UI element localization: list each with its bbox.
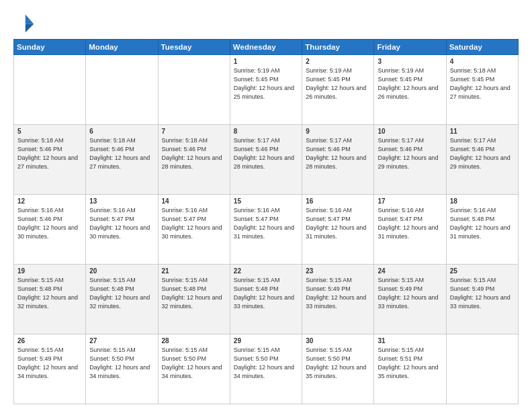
calendar-cell: 8Sunrise: 5:17 AMSunset: 5:46 PMDaylight… xyxy=(230,125,302,195)
calendar-week-3: 12Sunrise: 5:16 AMSunset: 5:46 PMDayligh… xyxy=(14,195,519,265)
day-info: Sunrise: 5:17 AMSunset: 5:46 PMDaylight:… xyxy=(234,136,298,171)
day-info: Sunrise: 5:16 AMSunset: 5:47 PMDaylight:… xyxy=(378,206,442,241)
day-info: Sunrise: 5:15 AMSunset: 5:48 PMDaylight:… xyxy=(234,276,298,311)
day-number: 2 xyxy=(306,58,370,65)
day-number: 6 xyxy=(89,128,154,135)
svg-marker-0 xyxy=(26,15,34,24)
calendar-table: SundayMondayTuesdayWednesdayThursdayFrid… xyxy=(13,39,519,404)
day-number: 15 xyxy=(234,197,298,205)
calendar-cell: 28Sunrise: 5:15 AMSunset: 5:50 PMDayligh… xyxy=(158,334,230,404)
day-number: 17 xyxy=(378,197,442,205)
day-info: Sunrise: 5:15 AMSunset: 5:50 PMDaylight:… xyxy=(162,346,226,381)
calendar-cell: 5Sunrise: 5:18 AMSunset: 5:46 PMDaylight… xyxy=(14,125,86,195)
day-info: Sunrise: 5:15 AMSunset: 5:48 PMDaylight:… xyxy=(162,276,226,311)
day-info: Sunrise: 5:18 AMSunset: 5:46 PMDaylight:… xyxy=(17,136,82,171)
day-info: Sunrise: 5:19 AMSunset: 5:45 PMDaylight:… xyxy=(234,66,298,101)
day-info: Sunrise: 5:15 AMSunset: 5:51 PMDaylight:… xyxy=(378,346,442,381)
calendar-week-2: 5Sunrise: 5:18 AMSunset: 5:46 PMDaylight… xyxy=(14,125,519,195)
day-info: Sunrise: 5:15 AMSunset: 5:49 PMDaylight:… xyxy=(378,276,442,311)
calendar-cell: 12Sunrise: 5:16 AMSunset: 5:46 PMDayligh… xyxy=(14,195,86,265)
calendar-cell: 25Sunrise: 5:15 AMSunset: 5:49 PMDayligh… xyxy=(446,265,518,334)
day-number: 3 xyxy=(378,58,442,65)
calendar-cell: 21Sunrise: 5:15 AMSunset: 5:48 PMDayligh… xyxy=(158,265,230,334)
day-info: Sunrise: 5:15 AMSunset: 5:49 PMDaylight:… xyxy=(450,276,515,311)
day-info: Sunrise: 5:18 AMSunset: 5:46 PMDaylight:… xyxy=(89,136,154,171)
day-number: 4 xyxy=(450,58,515,65)
svg-marker-1 xyxy=(26,24,34,32)
day-number: 19 xyxy=(17,267,82,275)
day-number: 13 xyxy=(89,197,154,205)
day-info: Sunrise: 5:19 AMSunset: 5:45 PMDaylight:… xyxy=(306,66,370,101)
day-info: Sunrise: 5:16 AMSunset: 5:47 PMDaylight:… xyxy=(89,206,154,241)
calendar-cell: 1Sunrise: 5:19 AMSunset: 5:45 PMDaylight… xyxy=(230,55,302,125)
calendar-cell: 6Sunrise: 5:18 AMSunset: 5:46 PMDaylight… xyxy=(86,125,158,195)
calendar-cell: 26Sunrise: 5:15 AMSunset: 5:49 PMDayligh… xyxy=(14,334,86,404)
calendar-cell: 4Sunrise: 5:18 AMSunset: 5:45 PMDaylight… xyxy=(446,55,518,125)
calendar-cell: 24Sunrise: 5:15 AMSunset: 5:49 PMDayligh… xyxy=(374,265,446,334)
day-info: Sunrise: 5:15 AMSunset: 5:48 PMDaylight:… xyxy=(89,276,154,311)
day-info: Sunrise: 5:19 AMSunset: 5:45 PMDaylight:… xyxy=(378,66,442,101)
calendar-cell: 22Sunrise: 5:15 AMSunset: 5:48 PMDayligh… xyxy=(230,265,302,334)
calendar-cell: 27Sunrise: 5:15 AMSunset: 5:50 PMDayligh… xyxy=(86,334,158,404)
weekday-header-thursday: Thursday xyxy=(302,40,374,55)
day-number: 9 xyxy=(306,128,370,135)
svg-marker-2 xyxy=(16,15,26,24)
day-number: 31 xyxy=(378,337,442,345)
calendar-cell xyxy=(446,334,518,404)
day-number: 29 xyxy=(234,337,298,345)
day-number: 1 xyxy=(234,58,298,65)
calendar-week-5: 26Sunrise: 5:15 AMSunset: 5:49 PMDayligh… xyxy=(14,334,519,404)
day-info: Sunrise: 5:18 AMSunset: 5:46 PMDaylight:… xyxy=(162,136,226,171)
calendar-cell: 20Sunrise: 5:15 AMSunset: 5:48 PMDayligh… xyxy=(86,265,158,334)
calendar-cell: 9Sunrise: 5:17 AMSunset: 5:46 PMDaylight… xyxy=(302,125,374,195)
day-number: 20 xyxy=(89,267,154,275)
day-number: 23 xyxy=(306,267,370,275)
calendar-cell: 16Sunrise: 5:16 AMSunset: 5:47 PMDayligh… xyxy=(302,195,374,265)
calendar-week-4: 19Sunrise: 5:15 AMSunset: 5:48 PMDayligh… xyxy=(14,265,519,334)
day-number: 16 xyxy=(306,197,370,205)
weekday-header-wednesday: Wednesday xyxy=(230,40,302,55)
day-number: 21 xyxy=(162,267,226,275)
weekday-header-tuesday: Tuesday xyxy=(158,40,230,55)
logo-icon xyxy=(13,12,35,34)
calendar-cell xyxy=(14,55,86,125)
calendar-cell: 11Sunrise: 5:17 AMSunset: 5:46 PMDayligh… xyxy=(446,125,518,195)
day-info: Sunrise: 5:15 AMSunset: 5:50 PMDaylight:… xyxy=(89,346,154,381)
day-number: 11 xyxy=(450,128,515,135)
day-number: 8 xyxy=(234,128,298,135)
day-number: 24 xyxy=(378,267,442,275)
day-number: 18 xyxy=(450,197,515,205)
day-number: 14 xyxy=(162,197,226,205)
day-number: 28 xyxy=(162,337,226,345)
day-info: Sunrise: 5:15 AMSunset: 5:48 PMDaylight:… xyxy=(17,276,82,311)
calendar-header-row: SundayMondayTuesdayWednesdayThursdayFrid… xyxy=(14,40,519,55)
day-info: Sunrise: 5:16 AMSunset: 5:47 PMDaylight:… xyxy=(306,206,370,241)
page: SundayMondayTuesdayWednesdayThursdayFrid… xyxy=(0,0,532,411)
day-number: 26 xyxy=(17,337,82,345)
calendar-cell: 17Sunrise: 5:16 AMSunset: 5:47 PMDayligh… xyxy=(374,195,446,265)
day-info: Sunrise: 5:16 AMSunset: 5:47 PMDaylight:… xyxy=(234,206,298,241)
day-number: 22 xyxy=(234,267,298,275)
calendar-cell xyxy=(86,55,158,125)
weekday-header-monday: Monday xyxy=(86,40,158,55)
day-number: 5 xyxy=(17,128,82,135)
weekday-header-saturday: Saturday xyxy=(446,40,518,55)
calendar-cell: 2Sunrise: 5:19 AMSunset: 5:45 PMDaylight… xyxy=(302,55,374,125)
day-info: Sunrise: 5:16 AMSunset: 5:46 PMDaylight:… xyxy=(17,206,82,241)
day-info: Sunrise: 5:18 AMSunset: 5:45 PMDaylight:… xyxy=(450,66,515,101)
day-number: 27 xyxy=(89,337,154,345)
weekday-header-sunday: Sunday xyxy=(14,40,86,55)
weekday-header-friday: Friday xyxy=(374,40,446,55)
calendar-cell: 7Sunrise: 5:18 AMSunset: 5:46 PMDaylight… xyxy=(158,125,230,195)
day-number: 30 xyxy=(306,337,370,345)
day-info: Sunrise: 5:15 AMSunset: 5:49 PMDaylight:… xyxy=(17,346,82,381)
calendar-week-1: 1Sunrise: 5:19 AMSunset: 5:45 PMDaylight… xyxy=(14,55,519,125)
calendar-cell: 23Sunrise: 5:15 AMSunset: 5:49 PMDayligh… xyxy=(302,265,374,334)
day-info: Sunrise: 5:17 AMSunset: 5:46 PMDaylight:… xyxy=(450,136,515,171)
day-info: Sunrise: 5:15 AMSunset: 5:50 PMDaylight:… xyxy=(306,346,370,381)
day-number: 7 xyxy=(162,128,226,135)
logo xyxy=(13,12,38,34)
calendar-cell: 15Sunrise: 5:16 AMSunset: 5:47 PMDayligh… xyxy=(230,195,302,265)
calendar-cell: 31Sunrise: 5:15 AMSunset: 5:51 PMDayligh… xyxy=(374,334,446,404)
calendar-cell: 14Sunrise: 5:16 AMSunset: 5:47 PMDayligh… xyxy=(158,195,230,265)
